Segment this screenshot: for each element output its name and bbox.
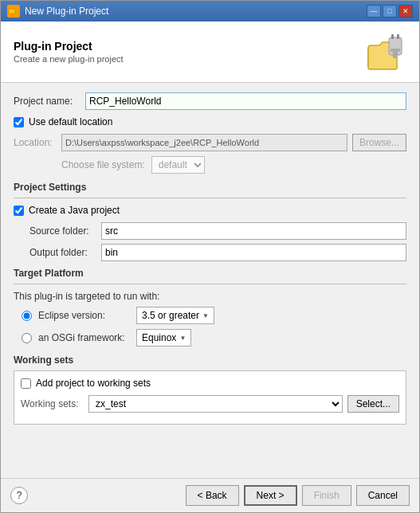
osgi-row: an OSGi framework: Equinox ▼: [14, 329, 406, 347]
next-button[interactable]: Next >: [244, 485, 297, 506]
dialog-footer: ? < Back Next > Finish Cancel: [1, 478, 419, 512]
svg-rect-1: [15, 10, 18, 11]
browse-button[interactable]: Browse...: [352, 134, 406, 151]
location-label: Location:: [14, 137, 61, 148]
dialog-subtitle: Create a new plug-in project: [14, 54, 124, 64]
dialog-header: Plug-in Project Create a new plug-in pro…: [1, 22, 419, 83]
footer-left: ?: [10, 487, 28, 504]
maximize-button[interactable]: □: [383, 5, 397, 18]
svg-rect-6: [397, 34, 399, 39]
back-button[interactable]: < Back: [186, 485, 239, 506]
project-settings-title: Project Settings: [14, 182, 406, 193]
main-window: New Plug-in Project — □ ✕ Plug-in Projec…: [0, 0, 420, 513]
window-icon: [7, 5, 20, 18]
help-button[interactable]: ?: [10, 487, 28, 504]
output-folder-row: Output folder:: [14, 244, 406, 261]
target-platform-divider: [14, 284, 406, 284]
svg-rect-7: [391, 49, 400, 52]
project-name-input[interactable]: [85, 92, 406, 110]
working-sets-label: Working sets:: [21, 398, 88, 409]
plugin-icon: [365, 31, 406, 72]
osgi-arrow: ▼: [179, 335, 186, 342]
close-button[interactable]: ✕: [398, 5, 413, 18]
header-text: Plug-in Project Create a new plug-in pro…: [14, 40, 124, 64]
working-sets-inner: Add project to working sets Working sets…: [14, 370, 406, 425]
header-icon: [365, 31, 406, 72]
create-java-label[interactable]: Create a Java project: [29, 205, 120, 216]
working-sets-combo[interactable]: zx_test: [88, 395, 343, 413]
eclipse-version-row: Eclipse version: 3.5 or greater ▼: [14, 307, 406, 324]
svg-rect-0: [9, 9, 15, 14]
eclipse-version-value: 3.5 or greater: [142, 310, 199, 321]
window-controls: — □ ✕: [367, 5, 413, 18]
use-default-location-label[interactable]: Use default location: [29, 116, 112, 127]
eclipse-version-arrow: ▼: [202, 312, 209, 319]
footer-buttons: < Back Next > Finish Cancel: [186, 485, 410, 506]
create-java-checkbox[interactable]: [14, 206, 24, 216]
working-sets-select-button[interactable]: Select...: [347, 395, 399, 413]
add-working-set-checkbox[interactable]: [21, 378, 31, 389]
create-java-row: Create a Java project: [14, 205, 406, 216]
working-sets-combo-row: Working sets: zx_test Select...: [21, 395, 399, 413]
osgi-dropdown[interactable]: Equinox ▼: [136, 329, 191, 347]
use-default-location-checkbox[interactable]: [14, 117, 24, 127]
filesystem-row: Choose file system: default: [14, 156, 406, 174]
eclipse-version-dropdown[interactable]: 3.5 or greater ▼: [136, 307, 214, 324]
location-row: Location: Browse...: [14, 134, 406, 151]
dialog-title: Plug-in Project: [14, 40, 124, 53]
output-folder-label: Output folder:: [29, 247, 101, 258]
filesystem-label: Choose file system:: [61, 159, 145, 170]
add-to-working-sets-row: Add project to working sets: [21, 378, 399, 389]
eclipse-version-radio[interactable]: [22, 311, 32, 321]
window-title: New Plug-in Project: [25, 6, 108, 17]
working-sets-title: Working sets: [14, 354, 406, 366]
source-folder-label: Source folder:: [29, 225, 101, 237]
svg-rect-2: [15, 12, 18, 14]
minimize-button[interactable]: —: [367, 5, 381, 18]
eclipse-version-label[interactable]: Eclipse version:: [38, 310, 130, 321]
target-platform-title: Target Platform: [14, 268, 406, 279]
project-name-row: Project name:: [14, 92, 406, 110]
location-input[interactable]: [61, 134, 347, 151]
svg-rect-8: [393, 52, 398, 58]
project-name-label: Project name:: [14, 96, 85, 107]
working-sets-section: Working sets Add project to working sets…: [14, 354, 406, 425]
title-bar: New Plug-in Project — □ ✕: [1, 1, 419, 22]
cancel-button[interactable]: Cancel: [356, 485, 410, 506]
source-folder-input[interactable]: [101, 222, 406, 240]
osgi-value: Equinox: [142, 332, 176, 343]
use-default-location-row: Use default location: [14, 116, 406, 127]
dialog-content: Project name: Use default location Locat…: [1, 83, 419, 478]
title-bar-left: New Plug-in Project: [7, 5, 108, 18]
finish-button[interactable]: Finish: [302, 485, 351, 506]
source-folder-row: Source folder:: [14, 222, 406, 240]
add-working-set-label[interactable]: Add project to working sets: [36, 378, 151, 389]
target-platform-section: Target Platform This plug-in is targeted…: [14, 268, 406, 347]
output-folder-input[interactable]: [101, 244, 406, 261]
svg-rect-5: [391, 34, 394, 39]
target-platform-subtitle: This plug-in is targeted to run with:: [14, 291, 406, 302]
osgi-label[interactable]: an OSGi framework:: [38, 332, 130, 343]
filesystem-select[interactable]: default: [151, 156, 205, 174]
osgi-radio[interactable]: [22, 333, 32, 343]
project-settings-divider: [14, 198, 406, 198]
